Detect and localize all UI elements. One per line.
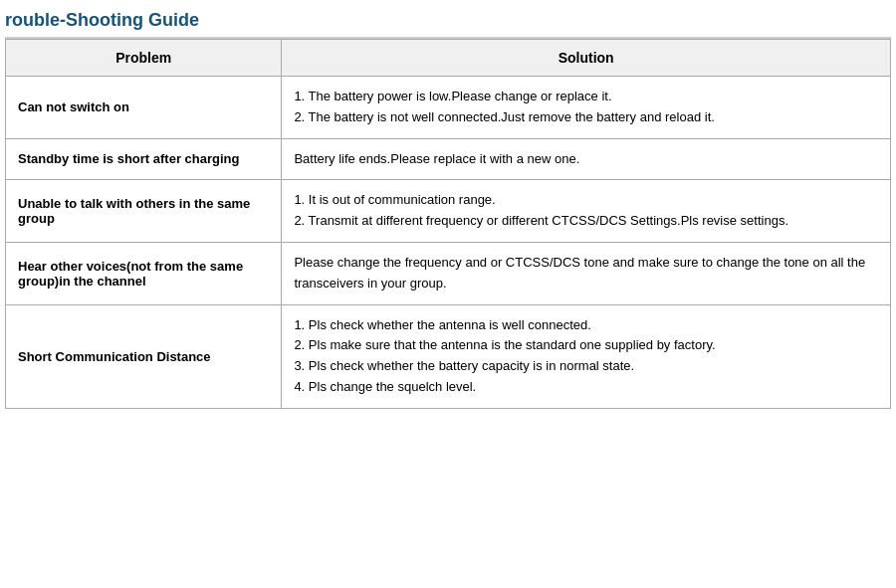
solution-cell: 1. Pls check whether the antenna is well… — [282, 304, 891, 408]
page-title: rouble-Shooting Guide — [5, 10, 891, 39]
problem-cell: Hear other voices(not from the same grou… — [6, 242, 282, 304]
table-row: Standby time is short after chargingBatt… — [6, 138, 891, 180]
solution-cell: 1. The battery power is low.Please chang… — [282, 77, 891, 139]
problem-cell: Standby time is short after charging — [6, 138, 282, 180]
page-container: rouble-Shooting Guide Problem Solution C… — [0, 0, 896, 419]
solution-cell: Battery life ends.Please replace it with… — [282, 138, 891, 180]
solution-cell: 1. It is out of communication range.2. T… — [282, 180, 891, 243]
troubleshooting-table: Problem Solution Can not switch on1. The… — [5, 39, 891, 409]
table-row: Can not switch on1. The battery power is… — [6, 77, 891, 139]
solution-cell: Please change the frequency and or CTCSS… — [282, 242, 891, 304]
problem-cell: Unable to talk with others in the same g… — [6, 180, 282, 243]
header-solution: Solution — [282, 40, 891, 77]
table-row: Unable to talk with others in the same g… — [6, 180, 891, 243]
problem-cell: Can not switch on — [6, 77, 282, 139]
table-row: Short Communication Distance1. Pls check… — [6, 304, 891, 408]
problem-cell: Short Communication Distance — [6, 304, 282, 408]
table-row: Hear other voices(not from the same grou… — [6, 242, 891, 304]
header-problem: Problem — [6, 40, 282, 77]
